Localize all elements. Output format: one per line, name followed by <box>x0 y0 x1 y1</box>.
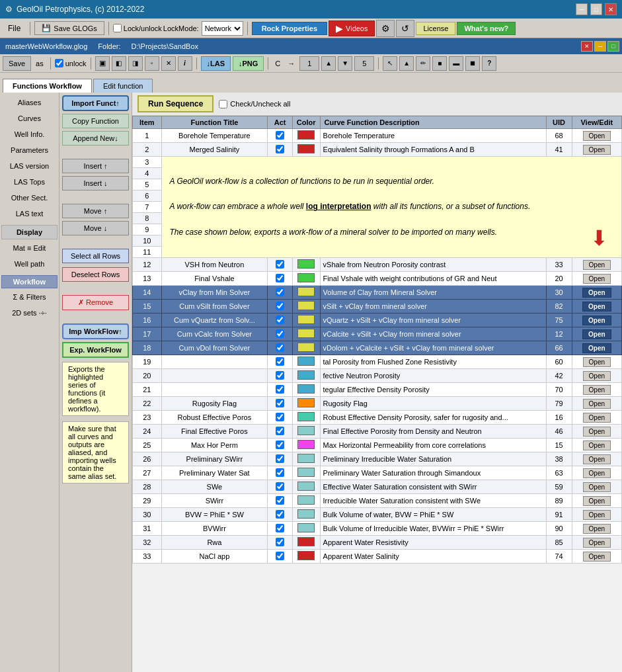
close-button[interactable]: ✕ <box>605 3 617 15</box>
table-cell-open[interactable]: Open <box>572 439 621 452</box>
close-file-button[interactable]: ✕ <box>581 41 593 52</box>
open-button[interactable]: Open <box>583 413 611 423</box>
open-button[interactable]: Open <box>583 496 611 506</box>
table-cell-open[interactable]: Open <box>572 369 621 383</box>
table-cell-act[interactable] <box>268 494 293 508</box>
table-cell-act[interactable] <box>268 480 293 494</box>
table-cell-open[interactable]: Open <box>572 300 621 314</box>
act-checkbox[interactable] <box>276 260 284 269</box>
sidebar-item-aliases[interactable]: Aliases <box>1 95 58 110</box>
open-button[interactable]: Open <box>583 441 611 450</box>
insert-up-button[interactable]: Insert ↑ <box>62 159 129 173</box>
table-cell-open[interactable]: Open <box>572 286 621 300</box>
down-arrow-button[interactable]: ▼ <box>338 56 352 71</box>
act-checkbox[interactable] <box>276 454 284 463</box>
table-cell-act[interactable] <box>268 550 293 564</box>
tab-edit-function[interactable]: Edit function <box>93 79 153 93</box>
table-cell-act[interactable] <box>268 522 293 536</box>
sidebar-item-other-sect[interactable]: Other Sect. <box>1 190 58 205</box>
unlock-label[interactable]: unlock <box>55 59 87 67</box>
table-cell-open[interactable]: Open <box>572 466 621 480</box>
open-button[interactable]: Open <box>583 552 611 562</box>
act-checkbox[interactable] <box>276 468 284 477</box>
act-checkbox[interactable] <box>276 482 284 491</box>
rock-properties-button[interactable]: Rock Properties <box>252 22 327 35</box>
act-checkbox[interactable] <box>276 385 284 394</box>
append-new-button[interactable]: Append New↓ <box>62 131 129 146</box>
table-cell-act[interactable] <box>268 341 293 355</box>
minimize-file-button[interactable]: ─ <box>594 41 606 52</box>
table-cell-open[interactable]: Open <box>572 452 621 466</box>
file-bar-controls[interactable]: ✕ ─ □ <box>581 41 619 52</box>
sidebar-item-mat-edit[interactable]: Mat ≡ Edit <box>1 241 58 255</box>
act-checkbox[interactable] <box>276 131 284 140</box>
open-button[interactable]: Open <box>582 302 611 312</box>
select-all-rows-button[interactable]: Select all Rows <box>62 249 129 263</box>
open-button[interactable]: Open <box>582 343 611 353</box>
lock-unlock-label[interactable]: Lock/unlock <box>113 24 162 32</box>
up-arrow-button[interactable]: ▲ <box>321 56 336 71</box>
act-checkbox[interactable] <box>276 315 284 324</box>
open-button[interactable]: Open <box>583 260 611 270</box>
pointer-button[interactable]: ↖ <box>383 56 397 71</box>
question-button[interactable]: ? <box>482 56 496 71</box>
table-cell-act[interactable] <box>268 425 293 439</box>
table-cell-open[interactable]: Open <box>572 129 621 143</box>
open-button[interactable]: Open <box>583 274 611 284</box>
open-button[interactable]: Open <box>583 385 611 395</box>
act-checkbox[interactable] <box>276 274 284 282</box>
table-cell-open[interactable]: Open <box>572 258 621 272</box>
info-tool-button[interactable]: i <box>178 56 192 71</box>
draw-tool-button[interactable]: ◨ <box>128 56 143 71</box>
insert-down-button[interactable]: Insert ↓ <box>62 176 129 190</box>
sidebar-item-las-version[interactable]: LAS version <box>1 159 58 173</box>
table-cell-open[interactable]: Open <box>572 480 621 494</box>
act-checkbox[interactable] <box>276 145 284 153</box>
act-checkbox[interactable] <box>276 496 284 505</box>
table-cell-open[interactable]: Open <box>572 272 621 286</box>
table-cell-open[interactable]: Open <box>572 411 621 425</box>
table-cell-act[interactable] <box>268 327 293 341</box>
imp-workflow-button[interactable]: Imp WorkFlow↑ <box>62 323 129 339</box>
table-cell-open[interactable]: Open <box>572 341 621 355</box>
save-button[interactable]: Save <box>3 56 31 71</box>
exp-workflow-button[interactable]: Exp. WorkFlow <box>62 342 129 358</box>
maximize-button[interactable]: □ <box>590 3 602 15</box>
run-sequence-button[interactable]: Run Sequence <box>137 95 214 112</box>
deselect-rows-button[interactable]: Deselect Rows <box>62 267 129 282</box>
act-checkbox[interactable] <box>276 427 284 435</box>
sidebar-item-las-text[interactable]: LAS text <box>1 206 58 221</box>
check-all-label[interactable]: Check/Uncheck all <box>219 100 290 108</box>
sidebar-item-curves[interactable]: Curves <box>1 111 58 126</box>
open-button[interactable]: Open <box>583 145 611 155</box>
lock-mode-select[interactable]: Network Local Offline <box>202 21 243 36</box>
cursor-tool-button[interactable]: ▣ <box>95 56 110 71</box>
table-cell-act[interactable] <box>268 439 293 452</box>
open-button[interactable]: Open <box>583 482 611 492</box>
table-cell-act[interactable] <box>268 355 293 369</box>
table-cell-open[interactable]: Open <box>572 397 621 411</box>
rect2-button[interactable]: ▬ <box>449 56 463 71</box>
minimize-button[interactable]: ─ <box>576 3 588 15</box>
table-cell-open[interactable]: Open <box>572 314 621 327</box>
table-cell-act[interactable] <box>268 369 293 383</box>
table-cell-open[interactable]: Open <box>572 536 621 550</box>
table-cell-act[interactable] <box>268 536 293 550</box>
act-checkbox[interactable] <box>276 329 284 338</box>
table-cell-open[interactable]: Open <box>572 508 621 522</box>
open-button[interactable]: Open <box>583 371 611 381</box>
license-button[interactable]: License <box>416 22 455 35</box>
open-button[interactable]: Open <box>583 357 611 367</box>
sidebar-item-las-tops[interactable]: LAS Tops <box>1 175 58 189</box>
sidebar-item-well-path[interactable]: Well path <box>1 257 58 271</box>
close-tool-button[interactable]: ✕ <box>161 56 176 71</box>
refresh-button[interactable]: ↺ <box>396 20 414 37</box>
act-checkbox[interactable] <box>276 538 284 546</box>
open-button[interactable]: Open <box>583 524 611 534</box>
check-all-checkbox[interactable] <box>219 100 227 108</box>
act-checkbox[interactable] <box>276 441 284 449</box>
table-cell-act[interactable] <box>268 286 293 300</box>
save-glog-button[interactable]: 💾 Save GLOGs <box>34 21 104 35</box>
act-checkbox[interactable] <box>276 288 284 296</box>
table-cell-act[interactable] <box>268 383 293 397</box>
